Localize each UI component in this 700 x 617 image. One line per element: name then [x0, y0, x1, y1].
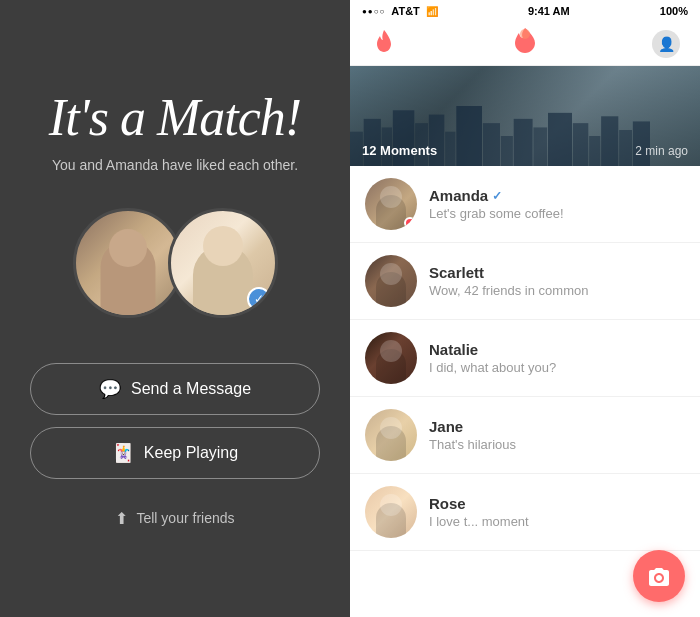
keep-playing-button[interactable]: 🃏 Keep Playing [30, 427, 320, 479]
status-time: 9:41 AM [528, 5, 570, 17]
name-amanda: Amanda ✓ [429, 187, 685, 204]
avatar-rose [365, 486, 417, 538]
avatar-natalie [365, 332, 417, 384]
online-indicator [404, 217, 416, 229]
camera-fab-button[interactable] [633, 550, 685, 602]
message-item-amanda[interactable]: Amanda ✓ Let's grab some coffee! [350, 166, 700, 243]
send-message-label: Send a Message [131, 380, 251, 398]
carrier-label: AT&T [391, 5, 420, 17]
text-natalie: I did, what about you? [429, 360, 685, 375]
right-panel: ●●○○ AT&T 📶 9:41 AM 100% 👤 [350, 0, 700, 617]
tell-friends-label: Tell your friends [136, 510, 234, 526]
text-scarlett: Wow, 42 friends in common [429, 283, 685, 298]
svg-rect-1 [350, 132, 363, 166]
signal-dots: ●●○○ [362, 7, 385, 16]
message-item-jane[interactable]: Jane That's hilarious [350, 397, 700, 474]
moments-time: 2 min ago [635, 144, 688, 158]
avatar-match: ✓ [168, 208, 278, 318]
match-subtitle: You and Amanda have liked each other. [52, 157, 298, 173]
status-bar: ●●○○ AT&T 📶 9:41 AM 100% [350, 0, 700, 22]
nav-bar: 👤 [350, 22, 700, 66]
message-item-rose[interactable]: Rose I love t... moment [350, 474, 700, 551]
moments-info: 12 Moments 2 min ago [362, 143, 688, 158]
name-rose: Rose [429, 495, 685, 512]
profile-icon[interactable]: 👤 [652, 30, 680, 58]
avatar-jane [365, 409, 417, 461]
tell-friends-button[interactable]: ⬆ Tell your friends [115, 509, 234, 528]
name-natalie: Natalie [429, 341, 685, 358]
name-jane: Jane [429, 418, 685, 435]
moments-count: 12 Moments [362, 143, 437, 158]
svg-rect-16 [601, 116, 618, 166]
verified-badge: ✓ [247, 287, 271, 311]
message-item-natalie[interactable]: Natalie I did, what about you? [350, 320, 700, 397]
svg-point-0 [520, 29, 530, 39]
flame-icon-left[interactable] [370, 30, 398, 58]
avatar-self [73, 208, 183, 318]
wifi-icon: 📶 [426, 6, 438, 17]
message-content-natalie: Natalie I did, what about you? [429, 341, 685, 375]
avatar-scarlett [365, 255, 417, 307]
message-content-amanda: Amanda ✓ Let's grab some coffee! [429, 187, 685, 221]
signal-area: ●●○○ AT&T 📶 [362, 5, 438, 17]
messages-screen: ●●○○ AT&T 📶 9:41 AM 100% 👤 [350, 0, 700, 617]
match-screen: It's a Match! You and Amanda have liked … [0, 0, 350, 617]
verified-icon-amanda: ✓ [492, 189, 502, 203]
message-content-jane: Jane That's hilarious [429, 418, 685, 452]
svg-rect-6 [429, 115, 444, 166]
person-icon: 👤 [658, 36, 675, 52]
tinder-logo [509, 24, 541, 63]
text-rose: I love t... moment [429, 514, 685, 529]
battery-label: 100% [660, 5, 688, 17]
name-scarlett: Scarlett [429, 264, 685, 281]
message-content-scarlett: Scarlett Wow, 42 friends in common [429, 264, 685, 298]
share-icon: ⬆ [115, 509, 128, 528]
chat-icon: 💬 [99, 378, 121, 400]
message-content-rose: Rose I love t... moment [429, 495, 685, 529]
send-message-button[interactable]: 💬 Send a Message [30, 363, 320, 415]
message-item-scarlett[interactable]: Scarlett Wow, 42 friends in common [350, 243, 700, 320]
moments-banner[interactable]: 12 Moments 2 min ago [350, 66, 700, 166]
text-amanda: Let's grab some coffee! [429, 206, 685, 221]
text-jane: That's hilarious [429, 437, 685, 452]
svg-rect-13 [548, 113, 572, 166]
action-buttons: 💬 Send a Message 🃏 Keep Playing [30, 363, 320, 479]
keep-playing-label: Keep Playing [144, 444, 238, 462]
match-title: It's a Match! [49, 89, 301, 146]
cards-icon: 🃏 [112, 442, 134, 464]
avatars-container: ✓ [73, 208, 278, 318]
messages-list: Amanda ✓ Let's grab some coffee! Scarlet… [350, 166, 700, 617]
avatar-amanda [365, 178, 417, 230]
